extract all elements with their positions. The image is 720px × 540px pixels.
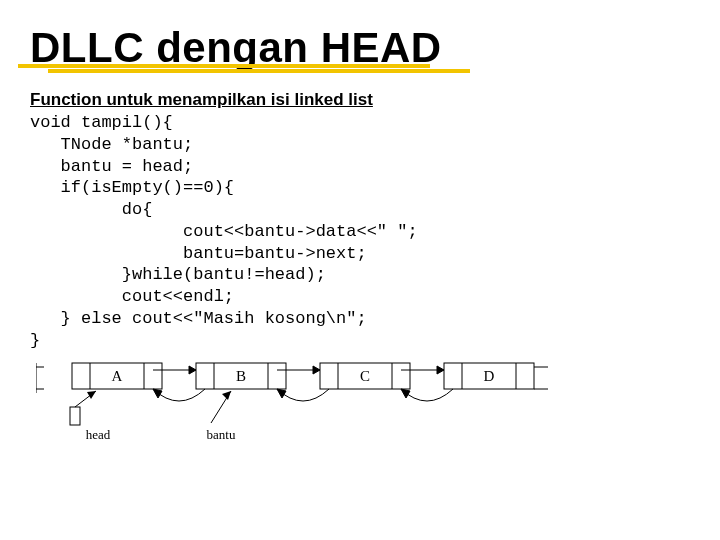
code-block: void tampil(){ TNode *bantu; bantu = hea…	[30, 112, 690, 351]
node-label: A	[112, 368, 123, 384]
svg-marker-23	[153, 389, 162, 398]
slide: DLLC dengan HEAD Function untuk menampil…	[0, 0, 720, 540]
node-label: D	[484, 368, 495, 384]
dll-node: B	[196, 363, 286, 389]
svg-marker-20	[313, 366, 320, 374]
head-pointer: head	[70, 391, 111, 442]
svg-marker-24	[277, 389, 286, 398]
title-block: DLLC dengan HEAD	[30, 24, 690, 72]
title-underline	[18, 64, 470, 78]
dll-node: D	[444, 363, 534, 389]
section-subtitle: Function untuk menampilkan isi linked li…	[30, 90, 690, 110]
node-label: B	[236, 368, 246, 384]
bantu-pointer: bantu	[207, 391, 236, 442]
dll-node: A	[72, 363, 162, 389]
prev-arrows	[153, 389, 453, 401]
svg-rect-26	[70, 407, 80, 425]
bantu-label: bantu	[207, 427, 236, 442]
dll-diagram: A B C D	[36, 357, 556, 457]
node-label: C	[360, 368, 370, 384]
dll-node: C	[320, 363, 410, 389]
svg-marker-28	[87, 391, 96, 399]
svg-marker-22	[437, 366, 444, 374]
head-label: head	[86, 427, 111, 442]
svg-marker-25	[401, 389, 410, 398]
svg-marker-18	[189, 366, 196, 374]
